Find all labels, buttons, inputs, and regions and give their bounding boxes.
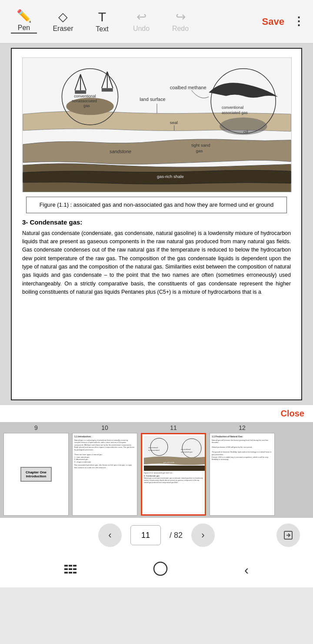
svg-text:associated gas: associated gas <box>222 111 248 115</box>
save-button[interactable]: Save <box>258 16 289 27</box>
page-total: / 82 <box>170 531 183 540</box>
eraser-label: Eraser <box>53 25 73 33</box>
thumb-num-11: 11 <box>170 424 177 431</box>
next-page-button[interactable]: › <box>191 523 215 547</box>
pen-label: Pen <box>18 24 30 32</box>
redo-tool[interactable]: ↪ Redo <box>161 4 200 39</box>
svg-text:gas: gas <box>196 148 203 153</box>
svg-rect-41 <box>69 568 72 570</box>
thumb-container-9: 9 Chapter One Introduction <box>3 424 69 516</box>
document-area: sandstone tight sand gas gas-rich shale … <box>0 44 313 405</box>
page-number-input[interactable] <box>130 525 161 545</box>
text-tool[interactable]: T Text <box>83 4 122 39</box>
svg-rect-39 <box>73 565 77 567</box>
thumb-num-9: 9 <box>34 424 38 431</box>
svg-text:nonassociated: nonassociated <box>148 449 160 451</box>
share-button[interactable] <box>276 523 300 547</box>
thumb-page-10[interactable]: 1.1 Introduction: Natural gas is a subca… <box>72 433 137 516</box>
undo-label: Undo <box>133 25 150 33</box>
close-bar: Close <box>0 405 313 422</box>
document-page: sandstone tight sand gas gas-rich shale … <box>11 48 302 400</box>
redo-icon: ↪ <box>176 11 186 23</box>
thumb-container-11: 11 conventional nonassociated convention… <box>141 424 206 516</box>
svg-text:nonassociated: nonassociated <box>72 99 97 103</box>
thumb-page-12[interactable]: 1.1 Production of Natural Gas: Natural g… <box>210 433 275 516</box>
svg-rect-18 <box>102 88 113 92</box>
thumb-num-12: 12 <box>239 424 246 431</box>
toolbar: ✏️ Pen ◇ Eraser T Text ↩ Undo ↪ Redo Sav… <box>0 0 313 44</box>
svg-point-26 <box>220 117 267 135</box>
svg-rect-42 <box>73 568 77 570</box>
svg-text:conventional: conventional <box>181 448 191 450</box>
close-button[interactable]: Close <box>281 409 304 419</box>
thumb-page-9[interactable]: Chapter One Introduction <box>3 433 69 516</box>
figure-diagram: sandstone tight sand gas gas-rich shale … <box>22 57 292 192</box>
figure-caption: Figure (1.1) : assoicated gas and non-as… <box>26 197 287 213</box>
pen-icon: ✏️ <box>17 10 32 22</box>
svg-rect-37 <box>64 565 68 567</box>
eraser-tool[interactable]: ◇ Eraser <box>43 4 83 39</box>
thumb-container-10: 10 1.1 Introduction: Natural gas is a su… <box>72 424 137 516</box>
redo-label: Redo <box>172 25 189 33</box>
svg-text:conventional: conventional <box>74 94 96 98</box>
page-nav: ‹ / 82 › <box>0 518 313 553</box>
section-body: Natural gas condensate (condensate, gas … <box>22 229 291 297</box>
svg-text:conventional: conventional <box>148 446 158 449</box>
thumbnail-strip: 9 Chapter One Introduction 10 1.1 Introd… <box>0 422 313 518</box>
system-nav: ‹ <box>0 553 313 587</box>
svg-text:land surface: land surface <box>140 97 165 102</box>
menu-button[interactable] <box>64 564 77 576</box>
pen-tool[interactable]: ✏️ Pen <box>4 4 43 39</box>
section-title: 3- Condensate gas: <box>22 218 291 226</box>
text-label: Text <box>96 25 108 33</box>
svg-text:tight sand: tight sand <box>191 143 210 148</box>
text-icon: T <box>98 10 106 23</box>
svg-text:coalbed methane: coalbed methane <box>170 85 206 90</box>
undo-icon: ↩ <box>137 11 147 23</box>
svg-text:gas-rich shale: gas-rich shale <box>163 461 175 463</box>
undo-tool[interactable]: ↩ Undo <box>122 4 161 39</box>
svg-rect-40 <box>64 568 68 570</box>
svg-rect-44 <box>69 572 72 574</box>
back-button[interactable]: ‹ <box>244 563 249 577</box>
thumb-container-12: 12 1.1 Production of Natural Gas: Natura… <box>210 424 275 516</box>
svg-text:gas: gas <box>83 104 90 108</box>
svg-text:conventional: conventional <box>222 105 243 110</box>
home-button[interactable] <box>153 561 168 579</box>
more-button[interactable]: ⋮ <box>289 15 309 28</box>
svg-rect-38 <box>69 565 72 567</box>
eraser-icon: ◇ <box>58 11 68 23</box>
prev-page-button[interactable]: ‹ <box>98 523 122 547</box>
svg-text:associated gas: associated gas <box>181 451 193 453</box>
thumb-num-10: 10 <box>101 424 108 431</box>
svg-rect-43 <box>64 572 68 574</box>
svg-rect-45 <box>73 572 77 574</box>
svg-rect-14 <box>75 91 86 94</box>
svg-text:gas-rich shale: gas-rich shale <box>157 174 184 179</box>
thumb-page-11[interactable]: conventional nonassociated conventional … <box>141 433 206 516</box>
svg-text:seal: seal <box>170 120 178 125</box>
svg-point-46 <box>154 562 167 575</box>
svg-text:sandstone: sandstone <box>110 149 131 154</box>
